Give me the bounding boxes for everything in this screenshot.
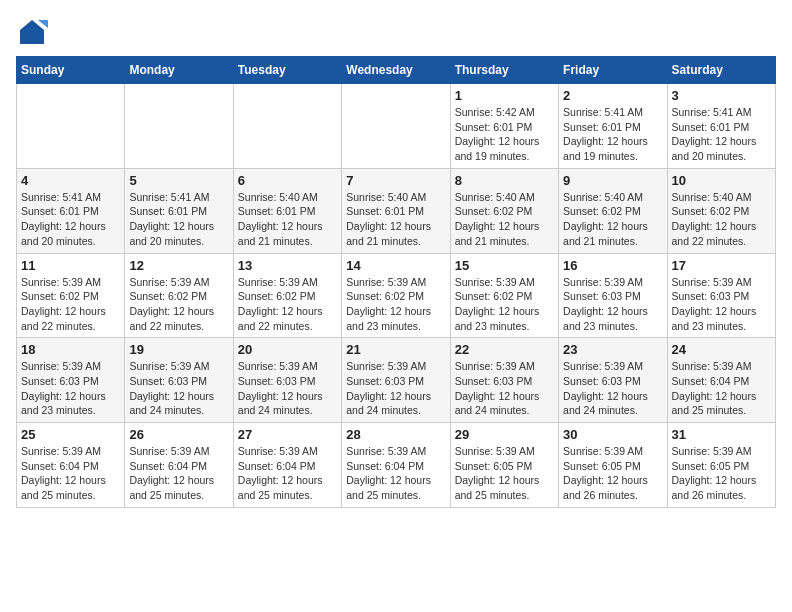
- calendar-cell: 11Sunrise: 5:39 AM Sunset: 6:02 PM Dayli…: [17, 253, 125, 338]
- day-header-monday: Monday: [125, 57, 233, 84]
- calendar-cell: 6Sunrise: 5:40 AM Sunset: 6:01 PM Daylig…: [233, 168, 341, 253]
- calendar-cell: [233, 84, 341, 169]
- day-info: Sunrise: 5:39 AM Sunset: 6:03 PM Dayligh…: [238, 359, 337, 418]
- calendar-cell: 25Sunrise: 5:39 AM Sunset: 6:04 PM Dayli…: [17, 423, 125, 508]
- day-info: Sunrise: 5:39 AM Sunset: 6:03 PM Dayligh…: [455, 359, 554, 418]
- day-number: 24: [672, 342, 771, 357]
- calendar-cell: 1Sunrise: 5:42 AM Sunset: 6:01 PM Daylig…: [450, 84, 558, 169]
- day-info: Sunrise: 5:39 AM Sunset: 6:04 PM Dayligh…: [129, 444, 228, 503]
- day-header-thursday: Thursday: [450, 57, 558, 84]
- day-number: 26: [129, 427, 228, 442]
- day-number: 8: [455, 173, 554, 188]
- calendar-week-row: 1Sunrise: 5:42 AM Sunset: 6:01 PM Daylig…: [17, 84, 776, 169]
- logo: [16, 16, 776, 48]
- day-info: Sunrise: 5:42 AM Sunset: 6:01 PM Dayligh…: [455, 105, 554, 164]
- day-info: Sunrise: 5:40 AM Sunset: 6:01 PM Dayligh…: [238, 190, 337, 249]
- day-number: 20: [238, 342, 337, 357]
- calendar-week-row: 25Sunrise: 5:39 AM Sunset: 6:04 PM Dayli…: [17, 423, 776, 508]
- day-number: 23: [563, 342, 662, 357]
- calendar-cell: 5Sunrise: 5:41 AM Sunset: 6:01 PM Daylig…: [125, 168, 233, 253]
- day-number: 12: [129, 258, 228, 273]
- calendar-cell: 31Sunrise: 5:39 AM Sunset: 6:05 PM Dayli…: [667, 423, 775, 508]
- day-info: Sunrise: 5:39 AM Sunset: 6:05 PM Dayligh…: [455, 444, 554, 503]
- day-header-sunday: Sunday: [17, 57, 125, 84]
- calendar-cell: 7Sunrise: 5:40 AM Sunset: 6:01 PM Daylig…: [342, 168, 450, 253]
- day-number: 29: [455, 427, 554, 442]
- day-number: 31: [672, 427, 771, 442]
- day-number: 15: [455, 258, 554, 273]
- day-info: Sunrise: 5:40 AM Sunset: 6:02 PM Dayligh…: [672, 190, 771, 249]
- calendar-table: SundayMondayTuesdayWednesdayThursdayFrid…: [16, 56, 776, 508]
- calendar-cell: 23Sunrise: 5:39 AM Sunset: 6:03 PM Dayli…: [559, 338, 667, 423]
- calendar-cell: 22Sunrise: 5:39 AM Sunset: 6:03 PM Dayli…: [450, 338, 558, 423]
- day-info: Sunrise: 5:39 AM Sunset: 6:03 PM Dayligh…: [21, 359, 120, 418]
- day-header-friday: Friday: [559, 57, 667, 84]
- calendar-cell: 16Sunrise: 5:39 AM Sunset: 6:03 PM Dayli…: [559, 253, 667, 338]
- day-number: 13: [238, 258, 337, 273]
- day-info: Sunrise: 5:39 AM Sunset: 6:02 PM Dayligh…: [129, 275, 228, 334]
- calendar-cell: 4Sunrise: 5:41 AM Sunset: 6:01 PM Daylig…: [17, 168, 125, 253]
- calendar-cell: 27Sunrise: 5:39 AM Sunset: 6:04 PM Dayli…: [233, 423, 341, 508]
- day-number: 30: [563, 427, 662, 442]
- day-info: Sunrise: 5:39 AM Sunset: 6:03 PM Dayligh…: [129, 359, 228, 418]
- top-area: [16, 16, 776, 48]
- calendar-cell: 12Sunrise: 5:39 AM Sunset: 6:02 PM Dayli…: [125, 253, 233, 338]
- day-number: 25: [21, 427, 120, 442]
- calendar-cell: 3Sunrise: 5:41 AM Sunset: 6:01 PM Daylig…: [667, 84, 775, 169]
- calendar-cell: 15Sunrise: 5:39 AM Sunset: 6:02 PM Dayli…: [450, 253, 558, 338]
- logo-icon: [16, 16, 48, 48]
- calendar-cell: 20Sunrise: 5:39 AM Sunset: 6:03 PM Dayli…: [233, 338, 341, 423]
- day-info: Sunrise: 5:40 AM Sunset: 6:02 PM Dayligh…: [563, 190, 662, 249]
- calendar-header-row: SundayMondayTuesdayWednesdayThursdayFrid…: [17, 57, 776, 84]
- day-number: 19: [129, 342, 228, 357]
- day-info: Sunrise: 5:39 AM Sunset: 6:02 PM Dayligh…: [21, 275, 120, 334]
- day-info: Sunrise: 5:41 AM Sunset: 6:01 PM Dayligh…: [672, 105, 771, 164]
- day-number: 22: [455, 342, 554, 357]
- day-info: Sunrise: 5:41 AM Sunset: 6:01 PM Dayligh…: [563, 105, 662, 164]
- calendar-cell: 18Sunrise: 5:39 AM Sunset: 6:03 PM Dayli…: [17, 338, 125, 423]
- day-info: Sunrise: 5:39 AM Sunset: 6:05 PM Dayligh…: [563, 444, 662, 503]
- calendar-cell: 13Sunrise: 5:39 AM Sunset: 6:02 PM Dayli…: [233, 253, 341, 338]
- day-info: Sunrise: 5:40 AM Sunset: 6:02 PM Dayligh…: [455, 190, 554, 249]
- day-header-wednesday: Wednesday: [342, 57, 450, 84]
- day-info: Sunrise: 5:39 AM Sunset: 6:02 PM Dayligh…: [346, 275, 445, 334]
- calendar-cell: [342, 84, 450, 169]
- day-number: 6: [238, 173, 337, 188]
- day-info: Sunrise: 5:39 AM Sunset: 6:03 PM Dayligh…: [563, 275, 662, 334]
- calendar-cell: 19Sunrise: 5:39 AM Sunset: 6:03 PM Dayli…: [125, 338, 233, 423]
- day-number: 17: [672, 258, 771, 273]
- day-header-tuesday: Tuesday: [233, 57, 341, 84]
- day-number: 16: [563, 258, 662, 273]
- day-info: Sunrise: 5:39 AM Sunset: 6:03 PM Dayligh…: [672, 275, 771, 334]
- day-number: 27: [238, 427, 337, 442]
- calendar-cell: 9Sunrise: 5:40 AM Sunset: 6:02 PM Daylig…: [559, 168, 667, 253]
- calendar-cell: 8Sunrise: 5:40 AM Sunset: 6:02 PM Daylig…: [450, 168, 558, 253]
- day-info: Sunrise: 5:39 AM Sunset: 6:04 PM Dayligh…: [21, 444, 120, 503]
- calendar-cell: 24Sunrise: 5:39 AM Sunset: 6:04 PM Dayli…: [667, 338, 775, 423]
- day-info: Sunrise: 5:41 AM Sunset: 6:01 PM Dayligh…: [129, 190, 228, 249]
- day-number: 18: [21, 342, 120, 357]
- day-info: Sunrise: 5:39 AM Sunset: 6:02 PM Dayligh…: [238, 275, 337, 334]
- calendar-week-row: 4Sunrise: 5:41 AM Sunset: 6:01 PM Daylig…: [17, 168, 776, 253]
- day-number: 1: [455, 88, 554, 103]
- day-info: Sunrise: 5:40 AM Sunset: 6:01 PM Dayligh…: [346, 190, 445, 249]
- day-info: Sunrise: 5:39 AM Sunset: 6:04 PM Dayligh…: [672, 359, 771, 418]
- calendar-cell: 2Sunrise: 5:41 AM Sunset: 6:01 PM Daylig…: [559, 84, 667, 169]
- day-number: 10: [672, 173, 771, 188]
- day-info: Sunrise: 5:39 AM Sunset: 6:03 PM Dayligh…: [563, 359, 662, 418]
- calendar-cell: 10Sunrise: 5:40 AM Sunset: 6:02 PM Dayli…: [667, 168, 775, 253]
- day-header-saturday: Saturday: [667, 57, 775, 84]
- day-info: Sunrise: 5:39 AM Sunset: 6:04 PM Dayligh…: [346, 444, 445, 503]
- calendar-cell: 21Sunrise: 5:39 AM Sunset: 6:03 PM Dayli…: [342, 338, 450, 423]
- calendar-cell: 28Sunrise: 5:39 AM Sunset: 6:04 PM Dayli…: [342, 423, 450, 508]
- calendar-cell: [125, 84, 233, 169]
- svg-marker-0: [20, 20, 44, 44]
- day-number: 11: [21, 258, 120, 273]
- calendar-cell: 29Sunrise: 5:39 AM Sunset: 6:05 PM Dayli…: [450, 423, 558, 508]
- day-info: Sunrise: 5:41 AM Sunset: 6:01 PM Dayligh…: [21, 190, 120, 249]
- day-number: 21: [346, 342, 445, 357]
- day-number: 28: [346, 427, 445, 442]
- day-number: 9: [563, 173, 662, 188]
- day-info: Sunrise: 5:39 AM Sunset: 6:05 PM Dayligh…: [672, 444, 771, 503]
- calendar-cell: 26Sunrise: 5:39 AM Sunset: 6:04 PM Dayli…: [125, 423, 233, 508]
